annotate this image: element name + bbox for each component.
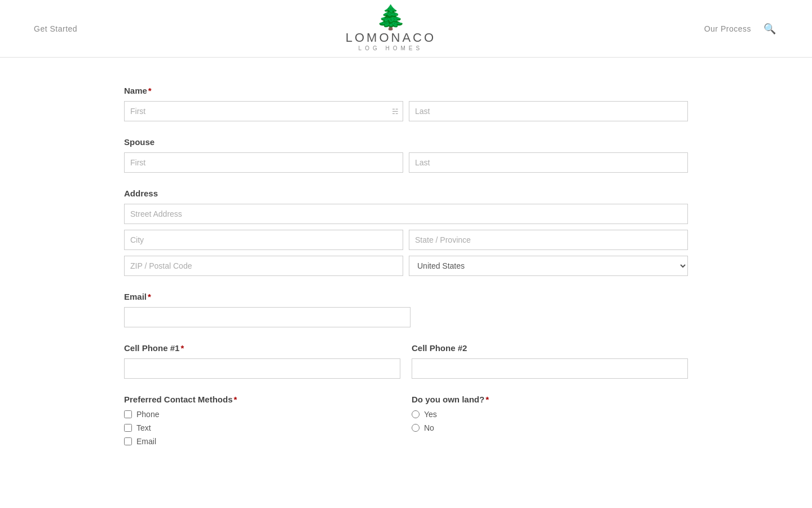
name-section: Name* ☵: [124, 86, 688, 121]
radio-no-item[interactable]: No: [412, 423, 688, 432]
site-header: Get Started 🌲 LOMONACO LOG HOMES Our Pro…: [0, 0, 812, 58]
name-last-input[interactable]: [409, 101, 688, 121]
radio-no[interactable]: [412, 424, 420, 432]
email-field-wrap: [124, 307, 411, 327]
preferred-contact-required-star: *: [234, 395, 237, 404]
email-required-star: *: [148, 292, 151, 301]
name-input-row: ☵: [124, 101, 688, 121]
cell2-label: Cell Phone #2: [412, 343, 688, 353]
cell1-required-star: *: [180, 343, 184, 353]
checkbox-phone-label: Phone: [136, 410, 159, 419]
spouse-last-wrapper: [409, 152, 688, 173]
phone-section: Cell Phone #1* Cell Phone #2: [124, 343, 688, 379]
own-land-col: Do you own land?* Yes No: [412, 395, 688, 446]
radio-yes-item[interactable]: Yes: [412, 410, 688, 419]
preferred-contact-checkboxes: Phone Text Email: [124, 410, 400, 446]
radio-no-label: No: [424, 423, 434, 432]
state-wrapper: [409, 230, 688, 250]
checkbox-email[interactable]: [124, 437, 132, 445]
country-wrapper: United States Canada Other: [409, 256, 688, 276]
name-last-wrapper: [409, 101, 688, 121]
name-first-input[interactable]: [124, 101, 403, 121]
address-city-state-row: [124, 230, 688, 250]
checkbox-text-item[interactable]: Text: [124, 423, 400, 432]
name-first-wrapper: ☵: [124, 101, 403, 121]
cell2-col: Cell Phone #2: [412, 343, 688, 379]
spouse-section: Spouse: [124, 137, 688, 173]
cell2-input[interactable]: [412, 358, 688, 379]
logo-text: LOMONACO: [346, 30, 436, 45]
contact-land-section: Preferred Contact Methods* Phone Text Em…: [124, 395, 688, 446]
name-required-star: *: [148, 86, 152, 95]
search-button[interactable]: 🔍: [761, 20, 778, 37]
get-started-link[interactable]: Get Started: [34, 24, 77, 33]
nav-left[interactable]: Get Started: [34, 24, 77, 34]
zip-input[interactable]: [124, 256, 403, 276]
email-input[interactable]: [124, 307, 411, 327]
logo-subtext: LOG HOMES: [359, 45, 423, 51]
street-input[interactable]: [124, 204, 688, 224]
checkbox-text[interactable]: [124, 424, 132, 432]
logo-area: 🌲 LOMONACO LOG HOMES: [346, 6, 436, 51]
city-wrapper: [124, 230, 403, 250]
address-zip-country-row: United States Canada Other: [124, 256, 688, 276]
street-wrapper: [124, 204, 688, 224]
logo-pine-icon: 🌲: [376, 6, 405, 29]
preferred-contact-label: Preferred Contact Methods*: [124, 395, 400, 404]
zip-wrapper: [124, 256, 403, 276]
cell1-label: Cell Phone #1*: [124, 343, 400, 353]
radio-yes[interactable]: [412, 410, 420, 418]
country-select[interactable]: United States Canada Other: [409, 256, 688, 276]
cell1-input[interactable]: [124, 358, 400, 379]
checkbox-email-label: Email: [136, 437, 156, 446]
spouse-first-wrapper: [124, 152, 403, 173]
checkbox-phone-item[interactable]: Phone: [124, 410, 400, 419]
radio-yes-label: Yes: [424, 410, 437, 419]
contact-land-two-col: Preferred Contact Methods* Phone Text Em…: [124, 395, 688, 446]
checkbox-phone[interactable]: [124, 410, 132, 418]
email-label: Email*: [124, 292, 688, 301]
city-input[interactable]: [124, 230, 403, 250]
cell1-col: Cell Phone #1*: [124, 343, 400, 379]
phone-two-col: Cell Phone #1* Cell Phone #2: [124, 343, 688, 379]
spouse-label: Spouse: [124, 137, 688, 147]
header-right: Our Process 🔍: [704, 20, 778, 37]
spouse-last-input[interactable]: [409, 152, 688, 173]
checkbox-email-item[interactable]: Email: [124, 437, 400, 446]
address-section: Address United States Canada Other: [124, 189, 688, 276]
preferred-contact-col: Preferred Contact Methods* Phone Text Em…: [124, 395, 400, 446]
own-land-label: Do you own land?*: [412, 395, 688, 404]
state-input[interactable]: [409, 230, 688, 250]
spouse-input-row: [124, 152, 688, 173]
checkbox-text-label: Text: [136, 423, 151, 432]
own-land-required-star: *: [486, 395, 489, 404]
email-section: Email*: [124, 292, 688, 327]
name-label: Name*: [124, 86, 688, 95]
main-content: Name* ☵ Spouse Address: [107, 86, 705, 446]
our-process-link[interactable]: Our Process: [704, 24, 751, 33]
own-land-radios: Yes No: [412, 410, 688, 432]
address-label: Address: [124, 189, 688, 198]
address-street-row: [124, 204, 688, 224]
spouse-first-input[interactable]: [124, 152, 403, 173]
